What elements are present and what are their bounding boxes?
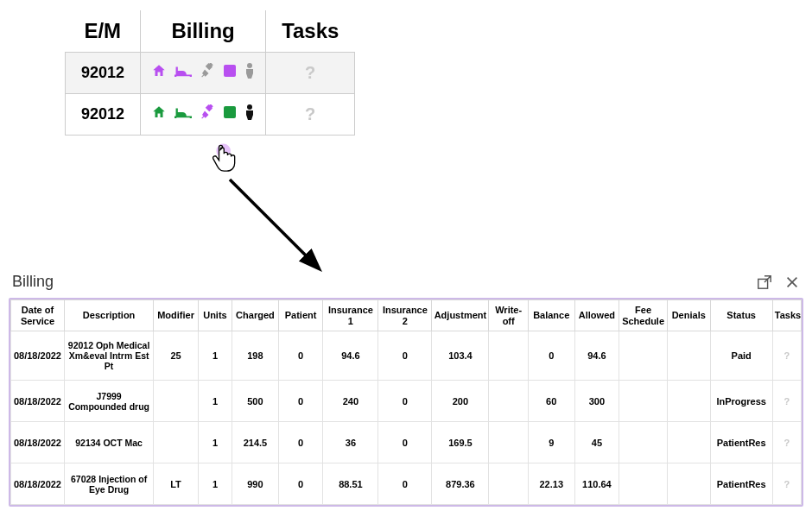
cell-tasks[interactable]: ? — [772, 331, 801, 381]
cell-ins1: 88.51 — [323, 463, 378, 505]
encounter-row[interactable]: 92012 ? — [66, 53, 355, 94]
cell-units: 1 — [198, 381, 232, 422]
cell-status: PatientRes — [710, 463, 772, 505]
col-billing-header: Billing — [141, 10, 266, 53]
cell-ins1: 240 — [323, 381, 378, 422]
cell-ins1: 94.6 — [323, 331, 378, 381]
col-units[interactable]: Units — [198, 300, 232, 331]
col-patient[interactable]: Patient — [278, 300, 323, 331]
col-desc[interactable]: Description — [64, 300, 153, 331]
col-dos[interactable]: Date of Service — [11, 300, 65, 331]
cell-mod — [154, 422, 199, 463]
status-square-icon[interactable] — [223, 105, 237, 123]
person-icon[interactable] — [244, 104, 255, 124]
col-ins1[interactable]: Insurance 1 — [323, 300, 378, 331]
cell-charged: 214.5 — [232, 422, 279, 463]
billing-icons-cell[interactable] — [141, 94, 266, 136]
col-adj[interactable]: Adjustment — [432, 300, 489, 331]
cell-allow: 110.64 — [574, 463, 619, 505]
cell-status: Paid — [710, 331, 772, 381]
cell-desc: 92134 OCT Mac — [64, 422, 153, 463]
em-code: 92012 — [66, 94, 141, 136]
home-icon[interactable] — [151, 63, 167, 83]
cell-desc: 92012 Oph Medical Xm&eval Intrm Est Pt — [64, 331, 153, 381]
cell-allow: 300 — [574, 381, 619, 422]
billing-row[interactable]: 08/18/202292012 Oph Medical Xm&eval Intr… — [11, 331, 802, 381]
col-tasks-header: Tasks — [266, 10, 355, 53]
cell-den — [667, 381, 710, 422]
cell-adj: 200 — [432, 381, 489, 422]
cell-den — [667, 331, 710, 381]
status-square-icon[interactable] — [223, 64, 237, 82]
cell-tasks[interactable]: ? — [772, 422, 801, 463]
col-den[interactable]: Denials — [667, 300, 710, 331]
encounter-row[interactable]: 92012 ? — [66, 94, 355, 136]
col-wo[interactable]: Write-off — [489, 300, 528, 331]
cell-dos: 08/18/2022 — [11, 381, 65, 422]
cell-allow: 94.6 — [574, 331, 619, 381]
syringe-icon[interactable] — [200, 104, 215, 124]
cell-ins2: 0 — [378, 422, 432, 463]
col-status[interactable]: Status — [710, 300, 772, 331]
close-icon[interactable] — [784, 274, 800, 290]
col-charged[interactable]: Charged — [232, 300, 279, 331]
bed-icon[interactable] — [174, 63, 192, 83]
cell-wo — [489, 422, 528, 463]
cell-patient: 0 — [278, 422, 323, 463]
cell-bal: 0 — [528, 331, 574, 381]
cell-charged: 500 — [232, 381, 279, 422]
col-ins2[interactable]: Insurance 2 — [378, 300, 432, 331]
cell-ins2: 0 — [378, 463, 432, 505]
person-icon[interactable] — [244, 63, 255, 83]
cell-wo — [489, 463, 528, 505]
em-code: 92012 — [66, 53, 141, 94]
cell-desc: J7999 Compounded drug — [64, 381, 153, 422]
svg-rect-0 — [224, 65, 236, 77]
billing-row[interactable]: 08/18/2022J7999 Compounded drug150002400… — [11, 381, 802, 422]
annotation-arrow-icon — [223, 173, 335, 285]
billing-table: Date of Service Description Modifier Uni… — [10, 299, 802, 505]
col-mod[interactable]: Modifier — [154, 300, 199, 331]
svg-rect-2 — [224, 106, 236, 118]
billing-icons-cell[interactable] — [141, 53, 266, 94]
billing-row[interactable]: 08/18/202267028 Injection of Eye DrugLT1… — [11, 463, 802, 505]
cell-bal: 22.13 — [528, 463, 574, 505]
billing-panel-title: Billing — [12, 273, 54, 291]
cursor-pointer-icon — [211, 140, 249, 178]
cell-dos: 08/18/2022 — [11, 463, 65, 505]
cell-ins2: 0 — [378, 381, 432, 422]
cell-patient: 0 — [278, 463, 323, 505]
home-icon[interactable] — [151, 104, 167, 124]
syringe-icon[interactable] — [200, 63, 215, 83]
cell-patient: 0 — [278, 381, 323, 422]
cell-tasks[interactable]: ? — [772, 381, 801, 422]
cell-mod — [154, 381, 199, 422]
cell-mod: LT — [154, 463, 199, 505]
cell-ins1: 36 — [323, 422, 378, 463]
col-tasks[interactable]: Tasks — [772, 300, 801, 331]
cell-charged: 198 — [232, 331, 279, 381]
col-fee[interactable]: Fee Schedule — [619, 300, 668, 331]
cell-wo — [489, 381, 528, 422]
bed-icon[interactable] — [174, 104, 192, 124]
cell-mod: 25 — [154, 331, 199, 381]
cell-den — [667, 422, 710, 463]
cell-dos: 08/18/2022 — [11, 331, 65, 381]
col-allow[interactable]: Allowed — [574, 300, 619, 331]
tasks-indicator[interactable]: ? — [266, 94, 355, 136]
billing-panel: Billing Date of Service Description Modi… — [9, 273, 803, 507]
cell-wo — [489, 331, 528, 381]
cell-units: 1 — [198, 463, 232, 505]
col-bal[interactable]: Balance — [528, 300, 574, 331]
tasks-indicator[interactable]: ? — [266, 53, 355, 94]
billing-panel-header: Billing — [9, 273, 803, 298]
cell-status: InProgress — [710, 381, 772, 422]
cell-ins2: 0 — [378, 331, 432, 381]
cell-tasks[interactable]: ? — [772, 463, 801, 505]
cell-desc: 67028 Injection of Eye Drug — [64, 463, 153, 505]
billing-row[interactable]: 08/18/202292134 OCT Mac1214.50360169.594… — [11, 422, 802, 463]
popout-icon[interactable] — [757, 274, 772, 290]
svg-line-5 — [230, 180, 318, 268]
cell-bal: 60 — [528, 381, 574, 422]
cell-adj: 169.5 — [432, 422, 489, 463]
